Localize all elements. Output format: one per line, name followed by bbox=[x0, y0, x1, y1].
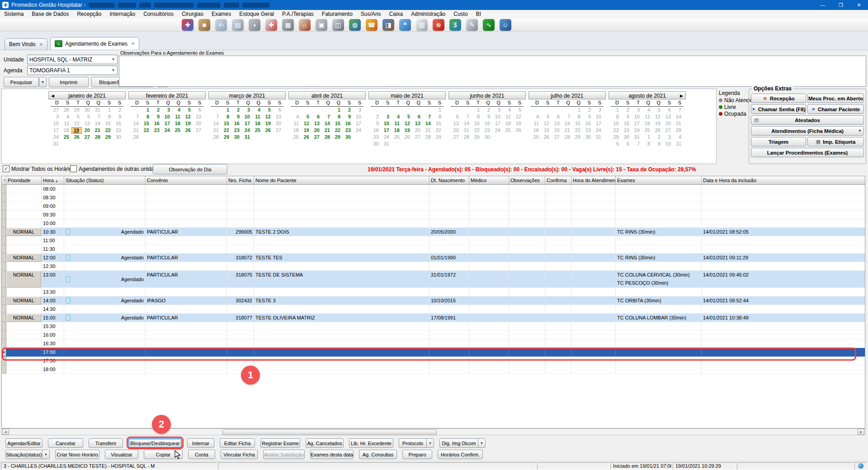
toolbar-monitor-waveform-icon[interactable]: ∿ bbox=[483, 19, 495, 31]
atendimentos-ficha-medica-button[interactable]: Atendimentos (Ficha Médica) ▼ bbox=[751, 126, 864, 136]
calendar-next-icon[interactable]: ▶ bbox=[680, 92, 683, 100]
agenda-combo[interactable]: TOMOGRAFIA 1 ▼ bbox=[27, 66, 118, 75]
appointment-row-1200[interactable]: NORMAL12:00AgendadoPARTICULAR318072TESTE… bbox=[2, 254, 865, 262]
unidade-combo[interactable]: HOSPITAL SQL - MATRIZ ▼ bbox=[27, 55, 118, 64]
agendamentos-outras-unidades-checkbox[interactable]: Agendamentos de outras unidades bbox=[70, 165, 163, 172]
calendar-day-22[interactable]: 22 bbox=[332, 127, 343, 134]
calendar-day-17[interactable]: 17 bbox=[162, 120, 172, 127]
row-selector-cell[interactable] bbox=[2, 296, 6, 305]
calendar-month-header[interactable]: abril de 2021 bbox=[288, 91, 366, 99]
appointment-row-1100[interactable]: 11:00 bbox=[2, 236, 865, 245]
toolbar-car-icon[interactable]: ◖ bbox=[249, 19, 260, 31]
appointment-row-1230[interactable]: 12:30 bbox=[2, 262, 865, 271]
recepcao-button[interactable]: ☻ Recepção bbox=[751, 94, 806, 103]
observacoes-textarea[interactable] bbox=[119, 56, 866, 87]
appointment-row-0900[interactable]: 09:00 bbox=[2, 202, 865, 211]
imprimir-button[interactable]: Imprimir bbox=[49, 77, 89, 87]
calendar-day-16[interactable]: 16 bbox=[231, 120, 242, 127]
menu-recep-o[interactable]: Recepção bbox=[73, 10, 105, 19]
calendar-day-7[interactable]: 7 bbox=[322, 113, 332, 120]
menu-base-de-dados[interactable]: Base de Dados bbox=[28, 10, 73, 19]
calendar-day-16[interactable]: 16 bbox=[151, 120, 162, 127]
toolbar-billing-icon[interactable]: $ bbox=[449, 19, 461, 31]
calendar-day-5[interactable]: 5 bbox=[402, 113, 412, 120]
calendar-month-header[interactable]: junho de 2021 bbox=[448, 91, 526, 99]
grid-header-m-dico[interactable]: Médico bbox=[469, 176, 509, 185]
calendar-day-26[interactable]: 26 bbox=[263, 127, 273, 134]
menu-custo[interactable]: Custo bbox=[449, 10, 472, 19]
chevron-down-icon[interactable]: ▼ bbox=[478, 439, 485, 447]
calendar-month-header[interactable]: agosto de 2021▶ bbox=[609, 91, 686, 99]
calendar-day-19[interactable]: 19 bbox=[183, 120, 193, 127]
menu-administra-o[interactable]: Administração bbox=[407, 10, 449, 19]
menu-faturamento[interactable]: Faturamento bbox=[318, 10, 357, 19]
appointment-row-1500[interactable]: NORMAL15:00AgendadoPARTICULAR318077TESTE… bbox=[2, 314, 865, 322]
tab-bem-vindo[interactable]: Bem Vindo✕ bbox=[5, 38, 47, 50]
menu-estoque-geral[interactable]: Estoque Geral bbox=[235, 10, 278, 19]
calendar-day-17[interactable]: 17 bbox=[242, 120, 252, 127]
row-selector-cell[interactable] bbox=[2, 254, 6, 262]
chevron-down-icon[interactable]: ▼ bbox=[110, 56, 116, 62]
toolbar-ambulance-icon[interactable]: ✚ bbox=[265, 19, 277, 31]
calendar-day-2[interactable]: 2 bbox=[343, 107, 353, 113]
ag-consultas-button[interactable]: Ag. Consultas bbox=[359, 450, 397, 459]
toolbar-hospital-building-icon[interactable]: ⌂ bbox=[299, 19, 311, 31]
appointment-row-0800[interactable]: 08:00 bbox=[2, 185, 865, 193]
scrollbar-thumb[interactable] bbox=[222, 429, 437, 435]
calendar-day-4[interactable]: 4 bbox=[172, 107, 183, 113]
row-selector-cell[interactable] bbox=[2, 339, 6, 348]
calendar-day-21[interactable]: 21 bbox=[92, 127, 103, 134]
toolbar-equipment-icon[interactable]: ▣ bbox=[316, 19, 327, 31]
menu-consult-rios[interactable]: Consultórios bbox=[139, 10, 178, 19]
calendar-prev-icon[interactable]: ◀ bbox=[51, 92, 54, 100]
toolbar-chat-bubble-icon[interactable]: ❝ bbox=[399, 19, 411, 31]
calendar-day-29[interactable]: 29 bbox=[221, 134, 231, 141]
calendar-day-22[interactable]: 22 bbox=[221, 127, 231, 134]
menu-p-a-terapias[interactable]: P.A./Terapias bbox=[278, 10, 318, 19]
grid-header-hora[interactable]: Hora ▲ bbox=[42, 176, 64, 185]
calendar-day-18[interactable]: 18 bbox=[392, 127, 402, 134]
menu-interna-o[interactable]: Internação bbox=[105, 10, 139, 19]
row-selector-cell[interactable] bbox=[2, 202, 6, 211]
calendar-day-3[interactable]: 3 bbox=[381, 113, 392, 120]
criar-novo-hor-rio-button[interactable]: Criar Novo Horário bbox=[55, 450, 99, 459]
calendar-day-2[interactable]: 2 bbox=[151, 107, 162, 113]
grid-header-hora-do-atendimento[interactable]: Hora do Atendimento bbox=[571, 176, 616, 185]
grid-header-prioridade[interactable]: Prioridade bbox=[6, 176, 42, 185]
meus-proc-em-aberto-button[interactable]: Meus Proc. em Aberto bbox=[807, 94, 864, 103]
calendar-day-27[interactable]: 27 bbox=[82, 134, 92, 141]
calendar-day-15[interactable]: 15 bbox=[332, 120, 343, 127]
pesquisar-dropdown-button[interactable]: ▼ bbox=[39, 77, 47, 87]
grid-header-dt-nascimento[interactable]: Dt. Nascimento bbox=[429, 176, 469, 185]
atestados-button[interactable]: ▤ Atestados bbox=[751, 115, 864, 125]
close-button[interactable]: ✕ bbox=[850, 0, 868, 10]
calendar-day-12[interactable]: 12 bbox=[263, 113, 273, 120]
calendar-day-10[interactable]: 10 bbox=[242, 113, 252, 120]
calendar-day-3[interactable]: 3 bbox=[162, 107, 172, 113]
menu-cirurgias[interactable]: Cirurgias bbox=[178, 10, 208, 19]
grid-header-nome-do-paciente[interactable]: Nome do Paciente bbox=[254, 176, 429, 185]
menu-exames[interactable]: Exames bbox=[208, 10, 235, 19]
preparo-button[interactable]: Preparo bbox=[402, 450, 432, 459]
toolbar-patient-icon[interactable]: ☺ bbox=[500, 19, 511, 31]
ag-cancelados-button[interactable]: Ag. Cancelados bbox=[306, 438, 344, 448]
toolbar-phone-icon[interactable]: ☎ bbox=[366, 19, 377, 31]
calendar-day-23[interactable]: 23 bbox=[343, 127, 353, 134]
calendar-day-31[interactable]: 31 bbox=[242, 134, 252, 141]
menu-sistema[interactable]: Sistema bbox=[0, 10, 28, 19]
calendar-day-28[interactable]: 28 bbox=[322, 134, 332, 141]
calendar-day-30[interactable]: 30 bbox=[343, 134, 353, 141]
grid-header-data-e-hora-da-inclus-o[interactable]: Data e Hora da inclusão bbox=[702, 176, 865, 185]
calendar-day-8[interactable]: 8 bbox=[332, 113, 343, 120]
internar-button[interactable]: Internar bbox=[187, 438, 214, 448]
grid-header-observa-es[interactable]: Observações bbox=[509, 176, 545, 185]
calendar-day-4[interactable]: 4 bbox=[252, 107, 263, 113]
lib-hr-excedente-button[interactable]: Lib. Hr. Excedente bbox=[349, 438, 393, 448]
appointment-row-1600[interactable]: 16:00 bbox=[2, 331, 865, 339]
calendar-day-19[interactable]: 19 bbox=[263, 120, 273, 127]
row-selector-cell[interactable] bbox=[2, 211, 6, 219]
hor-rios-confirm-button[interactable]: Horários Confirm. bbox=[438, 450, 483, 459]
cancelar-button[interactable]: Cancelar bbox=[48, 438, 83, 448]
mostrar-todos-horarios-checkbox[interactable]: ✓ Mostrar Todos os Horários bbox=[3, 165, 75, 172]
tab-close-icon[interactable]: ✕ bbox=[39, 42, 42, 47]
